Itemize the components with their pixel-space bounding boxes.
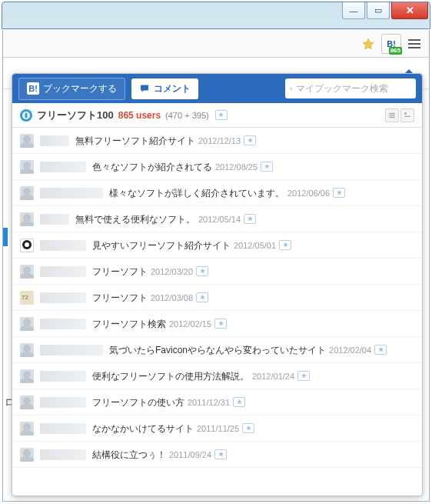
add-star-icon[interactable]	[261, 162, 273, 172]
maximize-icon: ▭	[374, 5, 382, 15]
comment-date: 2012/01/24	[252, 372, 294, 381]
username[interactable]	[40, 319, 86, 329]
username[interactable]	[40, 292, 86, 303]
comment-row[interactable]: 無料で使える便利なソフト。2012/05/14	[12, 206, 422, 232]
avatar[interactable]	[20, 369, 34, 383]
comment-body: 結構役に立つぅ！2011/09/24	[92, 447, 227, 462]
username[interactable]	[40, 345, 103, 355]
username[interactable]	[40, 188, 103, 199]
comment-body: 様々なソフトが詳しく紹介されています。2012/06/06	[109, 185, 345, 200]
view-compact-icon[interactable]	[400, 108, 414, 122]
avatar[interactable]	[20, 160, 34, 174]
comment-text: フリーソフトの使い方	[92, 397, 184, 408]
minimize-icon: —	[350, 6, 358, 15]
search-box[interactable]	[285, 78, 416, 98]
svg-rect-2	[408, 47, 420, 48]
add-star-icon[interactable]	[333, 188, 345, 198]
comment-row[interactable]: フリーソフト2012/03/20	[12, 259, 422, 285]
comment-body: 気づいたらFaviconやらなんやら変わっていたサイト2012/02/04	[109, 342, 387, 357]
add-star-icon[interactable]	[374, 345, 387, 355]
comment-date: 2012/08/25	[215, 162, 258, 172]
add-star-icon[interactable]	[214, 449, 227, 459]
comment-row[interactable]: フリーソフト検索2012/02/15	[12, 311, 422, 337]
window-chrome: — ▭ ✕	[2, 2, 430, 29]
avatar[interactable]	[20, 265, 34, 279]
svg-rect-7	[404, 115, 410, 116]
username[interactable]	[40, 214, 69, 225]
speech-bubble-icon	[139, 84, 150, 93]
bookmark-button-label: ブックマークする	[43, 82, 117, 95]
add-star-icon[interactable]	[196, 292, 208, 302]
comment-row[interactable]: 便利なフリーソフトの使用方法解説。2012/01/24	[12, 363, 422, 389]
minimize-button[interactable]: —	[342, 2, 365, 19]
svg-rect-5	[389, 116, 395, 117]
comment-row[interactable]: 結構役に立つぅ！2011/09/24	[12, 442, 422, 468]
close-button[interactable]: ✕	[391, 2, 428, 19]
avatar[interactable]	[20, 396, 34, 409]
comment-date: 2012/02/15	[169, 319, 211, 329]
users-count[interactable]: 865 users	[118, 110, 161, 121]
comment-row[interactable]: なかなかいけてるサイト2011/11/25	[12, 416, 422, 442]
avatar[interactable]	[20, 448, 34, 462]
username[interactable]	[40, 449, 86, 460]
add-star-icon[interactable]	[244, 135, 256, 145]
comment-row[interactable]: 様々なソフトが詳しく紹介されています。2012/06/06	[12, 180, 422, 206]
avatar[interactable]	[20, 343, 34, 357]
username[interactable]	[40, 135, 69, 146]
comment-text: 無料で使える便利なソフト。	[75, 214, 195, 225]
view-list-icon[interactable]	[385, 108, 399, 122]
comment-row[interactable]: 無料フリーソフト紹介サイト2012/12/13	[12, 128, 422, 154]
username[interactable]	[40, 162, 86, 172]
avatar[interactable]	[20, 291, 34, 305]
svg-rect-6	[404, 112, 407, 115]
comment-row[interactable]: フリーソフトの使い方2011/12/31	[12, 389, 422, 416]
chrome-menu-icon[interactable]	[404, 34, 424, 54]
maximize-button[interactable]: ▭	[367, 2, 390, 19]
avatar[interactable]	[20, 422, 34, 436]
avatar[interactable]	[20, 134, 34, 148]
hatena-popup: B! ブックマークする コメント フリーソフト100 865 users (47…	[12, 73, 423, 496]
comment-body: なかなかいけてるサイト2011/11/25	[92, 421, 254, 436]
username[interactable]	[40, 397, 86, 408]
comment-date: 2012/05/14	[198, 215, 241, 224]
avatar[interactable]	[20, 186, 34, 200]
comment-text: 色々なソフトが紹介されてる	[92, 162, 212, 172]
avatar[interactable]	[20, 239, 34, 252]
comment-button[interactable]: コメント	[131, 78, 198, 99]
extension-count-badge: 865	[389, 47, 402, 55]
popup-header: B! ブックマークする コメント	[12, 74, 422, 103]
comment-row[interactable]: 色々なソフトが紹介されてる2012/08/25	[12, 154, 422, 180]
add-star-icon[interactable]	[244, 214, 256, 224]
comment-body: 便利なフリーソフトの使用方法解説。2012/01/24	[92, 369, 310, 383]
close-icon: ✕	[406, 5, 414, 16]
avatar[interactable]	[20, 317, 34, 331]
add-star-icon[interactable]	[233, 397, 245, 407]
comments-list[interactable]: 無料フリーソフト紹介サイト2012/12/13色々なソフトが紹介されてる2012…	[12, 128, 422, 496]
site-star-add-icon[interactable]	[215, 110, 228, 120]
comment-date: 2012/03/20	[151, 267, 193, 276]
comment-row[interactable]: フリーソフト2012/03/08	[12, 285, 422, 311]
username[interactable]	[40, 371, 86, 382]
username[interactable]	[40, 423, 86, 434]
chrome-toolbar: B! 865	[3, 30, 429, 58]
search-input[interactable]	[293, 83, 411, 94]
site-bar: フリーソフト100 865 users (470 + 395)	[12, 103, 422, 128]
bookmark-star-icon[interactable]	[358, 34, 378, 54]
username[interactable]	[40, 266, 86, 277]
comment-date: 2011/09/24	[169, 450, 211, 459]
comment-date: 2012/03/08	[151, 293, 193, 302]
hatena-extension-icon[interactable]: B! 865	[381, 34, 401, 54]
comment-row[interactable]: 気づいたらFaviconやらなんやら変わっていたサイト2012/02/04	[12, 337, 422, 363]
avatar[interactable]	[20, 212, 34, 226]
add-star-icon[interactable]	[297, 371, 310, 381]
comment-row[interactable]: 見やすいフリーソフト紹介サイト2012/05/01	[12, 232, 422, 259]
add-star-icon[interactable]	[279, 240, 291, 250]
add-star-icon[interactable]	[196, 266, 208, 276]
add-star-icon[interactable]	[242, 423, 254, 433]
comment-text: 便利なフリーソフトの使用方法解説。	[92, 371, 249, 382]
bookmark-button[interactable]: B! ブックマークする	[18, 78, 125, 100]
username[interactable]	[40, 240, 86, 251]
comment-date: 2012/06/06	[287, 189, 330, 198]
comment-body: フリーソフト2012/03/08	[92, 290, 208, 305]
add-star-icon[interactable]	[214, 319, 227, 329]
